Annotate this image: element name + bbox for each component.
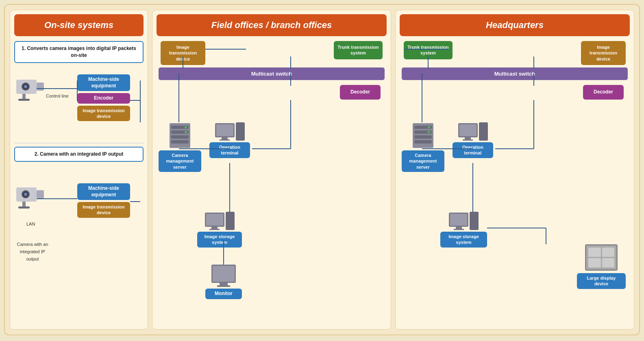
lan-label: LAN xyxy=(26,220,35,227)
hq-multicast: Multicast switch xyxy=(402,67,628,80)
field-op-terminal-group: Operation terminal xyxy=(209,122,250,158)
label2-box: 2. Camera with an integrated IP output xyxy=(14,147,144,166)
hq-camera-mgmt-group: Camera management server xyxy=(402,122,444,172)
encoder-box: Encoder xyxy=(77,93,130,104)
hq-trunk-box: Trunk transmission system xyxy=(404,41,453,59)
svg-point-4 xyxy=(24,85,27,88)
hq-op-terminal-group: Operation terminal xyxy=(453,122,493,158)
label1-box: 1. Converts camera images into digital I… xyxy=(14,41,144,67)
field-decoder: Decoder xyxy=(340,85,381,100)
svg-rect-13 xyxy=(18,206,30,209)
field-section: Field offices / branch offices Image tra… xyxy=(152,10,391,330)
machine-side-1: Machine-side equipment xyxy=(77,74,130,91)
onsite-diagram: 1. Converts camera images into digital I… xyxy=(14,41,144,317)
hq-diagram: Trunk transmission system Image transmis… xyxy=(400,41,630,317)
svg-rect-1 xyxy=(37,83,44,91)
camera-with-ip-label: Camera with an integrated IP output xyxy=(14,240,51,262)
main-container: On-site systems 1. Converts camera image… xyxy=(4,4,640,335)
label1-text: 1. Converts camera images into digital I… xyxy=(14,41,144,63)
field-diagram: Image transmission device Trunk transmis… xyxy=(157,41,387,317)
svg-rect-24 xyxy=(171,140,189,143)
hq-section: Headquarters Trunk transmission system I… xyxy=(395,10,634,330)
equipment2-group: Machine-side equipment Image transmissio… xyxy=(77,183,130,218)
field-image-tx-box: Image transmission device xyxy=(161,41,205,65)
svg-point-26 xyxy=(185,131,187,133)
field-trunk-box: Trunk transmission system xyxy=(334,41,383,59)
camera2-icon xyxy=(14,181,45,211)
onsite-section: On-site systems 1. Converts camera image… xyxy=(10,10,148,330)
onsite-header: On-site systems xyxy=(14,14,144,36)
hq-image-tx-box: Image transmission device xyxy=(581,41,626,65)
control-line-label: Control line xyxy=(46,92,69,99)
svg-rect-6 xyxy=(18,99,30,101)
field-camera-mgmt-group: Camera management server xyxy=(159,122,201,172)
svg-rect-8 xyxy=(37,190,44,198)
field-header: Field offices / branch offices xyxy=(157,14,387,36)
hq-storage-group: Image storage system xyxy=(440,212,487,248)
field-multicast: Multicast switch xyxy=(159,67,385,80)
svg-rect-40 xyxy=(414,135,432,139)
label2-text: 2. Camera with an integrated IP output xyxy=(14,147,144,162)
svg-point-25 xyxy=(185,126,187,128)
machine-side-2: Machine-side equipment xyxy=(77,183,130,200)
svg-rect-23 xyxy=(171,135,189,139)
hq-decoder: Decoder xyxy=(583,85,624,100)
image-tx-1: Image transmission device xyxy=(77,106,130,122)
image-tx-2: Image transmission device xyxy=(77,202,130,218)
svg-point-43 xyxy=(428,131,430,133)
svg-rect-41 xyxy=(414,140,432,143)
field-lines xyxy=(157,41,387,317)
equipment1-group: Machine-side equipment Encoder Image tra… xyxy=(77,74,130,121)
field-monitor-group: Monitor xyxy=(205,265,242,299)
camera1-icon xyxy=(14,74,45,104)
field-storage-group: Image storage system xyxy=(197,212,242,248)
divider xyxy=(14,143,144,143)
hq-large-display-group: Large display device xyxy=(577,244,626,289)
hq-header: Headquarters xyxy=(400,14,630,36)
svg-point-42 xyxy=(428,126,430,128)
svg-point-11 xyxy=(24,193,27,196)
